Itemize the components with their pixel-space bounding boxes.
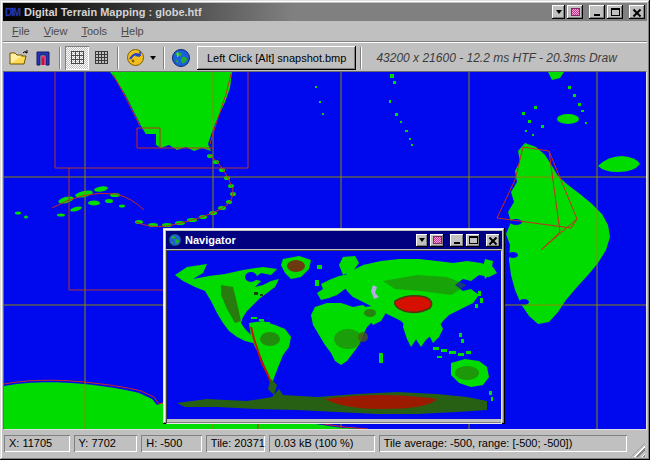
navigator-title: Navigator xyxy=(185,234,416,246)
titlebar[interactable]: DTM Digital Terrain Mapping : globe.htf xyxy=(3,3,647,21)
statusbar: X: 11705 Y: 7702 H: -500 Tile: 20371 0.0… xyxy=(3,430,647,457)
titlebar-dropdown-button[interactable] xyxy=(552,5,565,19)
map-info-text: 43200 x 21600 - 12.2 ms HTF - 20.3ms Dra… xyxy=(376,51,617,65)
menu-help[interactable]: Help xyxy=(114,23,151,39)
toolbar-separator xyxy=(59,47,61,69)
toolbar-separator xyxy=(163,47,165,69)
chevron-down-icon xyxy=(556,10,562,14)
navigator-dropdown-button[interactable] xyxy=(416,234,428,247)
chevron-down-icon xyxy=(150,56,156,60)
status-height: H: -500 xyxy=(141,435,202,452)
titlebar-pattern-button[interactable] xyxy=(567,5,583,19)
navigator-pattern-button[interactable] xyxy=(430,234,444,247)
snapshot-button[interactable]: Left Click [Alt] snapshot.bmp xyxy=(197,46,356,70)
grid-toggle-on-button[interactable] xyxy=(65,46,89,70)
grid-toggle-off-button[interactable] xyxy=(89,46,113,70)
menu-view[interactable]: View xyxy=(37,23,75,39)
grid-icon xyxy=(71,51,84,64)
histogram-icon xyxy=(34,49,52,67)
toolbar-separator xyxy=(117,47,119,69)
maximize-icon xyxy=(469,236,478,244)
open-file-button[interactable] xyxy=(7,46,31,70)
status-y: Y: 7702 xyxy=(74,435,138,452)
chevron-down-icon xyxy=(419,238,425,242)
pattern-swatch-icon xyxy=(571,8,580,16)
minimize-button[interactable] xyxy=(589,5,605,19)
grid-dense-icon xyxy=(95,51,108,64)
navigator-globe-icon xyxy=(168,233,182,247)
histogram-button[interactable] xyxy=(31,46,55,70)
navigator-minimize-button[interactable] xyxy=(450,234,464,247)
status-tile: Tile: 20371 xyxy=(206,435,266,452)
status-size: 0.03 kB (100 %) xyxy=(269,435,374,452)
pattern-swatch-icon xyxy=(433,236,442,244)
resize-grip[interactable] xyxy=(631,443,645,457)
status-tile-average: Tile average: -500, range: [-500; -500]) xyxy=(379,435,627,452)
navigator-close-button[interactable] xyxy=(486,234,500,247)
maximize-button[interactable] xyxy=(607,5,623,19)
navigator-map[interactable] xyxy=(166,250,502,424)
toolbar: Left Click [Alt] snapshot.bmp 43200 x 21… xyxy=(3,41,647,71)
menu-tools[interactable]: Tools xyxy=(74,23,114,39)
globe-icon xyxy=(171,48,191,68)
navigator-window: Navigator xyxy=(163,228,505,424)
maximize-icon xyxy=(611,8,620,16)
app-icon-text: DTM xyxy=(5,7,21,18)
app-icon[interactable]: DTM xyxy=(5,5,21,19)
close-button[interactable] xyxy=(629,5,645,19)
close-icon xyxy=(633,9,641,16)
minimize-icon xyxy=(594,14,600,16)
world-overview-map[interactable] xyxy=(167,251,501,419)
status-x: X: 11705 xyxy=(4,435,70,452)
navigator-maximize-button[interactable] xyxy=(466,234,480,247)
window-title: Digital Terrain Mapping : globe.htf xyxy=(24,6,552,18)
menubar: File View Tools Help xyxy=(3,21,647,41)
app-window: DTM Digital Terrain Mapping : globe.htf … xyxy=(0,0,650,460)
toolbar-separator xyxy=(360,47,362,69)
close-icon xyxy=(489,237,497,244)
open-folder-icon xyxy=(9,49,29,67)
menu-file[interactable]: File xyxy=(5,23,37,39)
globe-view-button[interactable] xyxy=(169,46,193,70)
navigator-titlebar[interactable]: Navigator xyxy=(166,231,502,249)
palette-refresh-icon xyxy=(126,48,145,67)
minimize-icon xyxy=(454,242,460,244)
palette-button[interactable] xyxy=(123,46,147,70)
palette-dropdown-button[interactable] xyxy=(147,46,159,70)
